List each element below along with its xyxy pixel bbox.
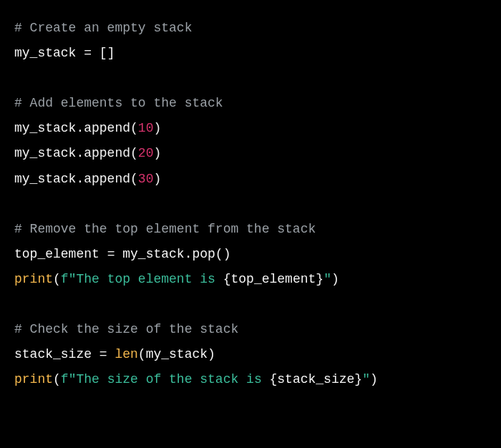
code-token: " xyxy=(362,372,370,386)
code-token: f xyxy=(61,272,69,286)
code-token xyxy=(107,347,115,361)
code-token: len xyxy=(115,347,137,361)
code-token: my_stack xyxy=(14,46,84,60)
code-line: print(f"The top element is {top_element}… xyxy=(14,272,339,286)
code-token: my_stack.append( xyxy=(14,121,138,135)
code-token: {stack_size} xyxy=(270,372,363,386)
code-token: {top_element} xyxy=(223,272,324,286)
code-token: my_stack.append( xyxy=(14,172,138,186)
code-line: top_element = my_stack.pop() xyxy=(14,247,230,261)
code-line: my_stack.append(10) xyxy=(14,121,161,135)
code-token: "The size of the stack is xyxy=(69,372,270,386)
code-line: my_stack = [] xyxy=(14,46,115,60)
code-token: "The top element is xyxy=(69,272,223,286)
code-token: ( xyxy=(53,372,61,386)
code-token-comment: # Add elements to the stack xyxy=(14,96,223,110)
code-token: = xyxy=(84,46,92,60)
code-line: stack_size = len(my_stack) xyxy=(14,347,215,361)
code-line: # Check the size of the stack xyxy=(14,322,238,336)
code-line: my_stack.append(20) xyxy=(14,146,161,160)
code-token: top_element xyxy=(14,247,107,261)
code-token-comment: # Remove the top element from the stack xyxy=(14,222,316,236)
code-line: # Remove the top element from the stack xyxy=(14,222,316,236)
code-token: " xyxy=(324,272,331,286)
code-token: = xyxy=(107,247,115,261)
code-token: print xyxy=(14,272,53,286)
code-token-comment: # Check the size of the stack xyxy=(14,322,238,336)
code-token: my_stack.pop() xyxy=(115,247,230,261)
code-token: ( xyxy=(53,272,61,286)
code-line: my_stack.append(30) xyxy=(14,172,161,186)
code-token: ) xyxy=(153,146,161,160)
code-token: f xyxy=(61,372,69,386)
code-token: ) xyxy=(370,372,378,386)
code-token: ) xyxy=(153,121,161,135)
code-token: 20 xyxy=(138,146,154,160)
code-token: 30 xyxy=(138,172,154,186)
code-token: my_stack.append( xyxy=(14,146,138,160)
code-line: # Add elements to the stack xyxy=(14,96,223,110)
code-token: 10 xyxy=(138,121,154,135)
code-token: ) xyxy=(331,272,339,286)
code-token: stack_size xyxy=(14,347,99,361)
code-line: print(f"The size of the stack is {stack_… xyxy=(14,372,378,386)
code-token: print xyxy=(14,372,53,386)
code-line: # Create an empty stack xyxy=(14,21,192,35)
code-token: = xyxy=(99,347,107,361)
code-block: # Create an empty stack my_stack = [] # … xyxy=(14,16,487,392)
code-token-comment: # Create an empty stack xyxy=(14,21,192,35)
code-token: [] xyxy=(92,46,115,60)
code-token: ) xyxy=(153,172,161,186)
code-token: (my_stack) xyxy=(138,347,215,361)
